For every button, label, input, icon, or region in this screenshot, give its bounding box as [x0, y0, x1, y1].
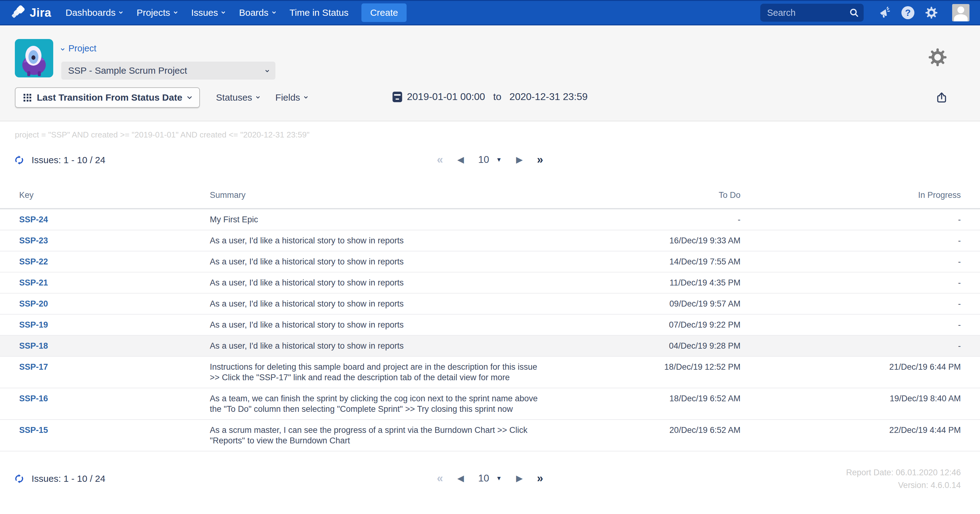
version-text: Version: 4.6.0.14 — [846, 479, 961, 492]
next-page-icon[interactable]: ▶ — [516, 155, 523, 164]
chevron-down-icon — [304, 95, 308, 99]
chevron-down-icon — [187, 94, 192, 99]
chevron-down-icon — [265, 69, 269, 72]
issue-key-link[interactable]: SSP-22 — [19, 257, 48, 266]
column-header-key: Key — [0, 187, 210, 209]
nav-item-projects[interactable]: Projects — [137, 8, 177, 18]
last-page-icon[interactable]: » — [537, 473, 543, 484]
issue-todo-date: 14/Dec/19 7:55 AM — [546, 251, 740, 272]
issue-key-link[interactable]: SSP-16 — [19, 394, 48, 403]
top-nav: Jira Dashboards Projects Issues Boards T… — [0, 0, 980, 26]
calendar-icon — [392, 92, 402, 102]
fields-dropdown[interactable]: Fields — [275, 92, 307, 103]
table-row: SSP-18 As a user, I'd like a historical … — [0, 335, 980, 356]
last-page-icon[interactable]: » — [537, 154, 543, 165]
issues-table-body: SSP-24 My First Epic - - SSP-23 As a use… — [0, 209, 980, 451]
statuses-dropdown[interactable]: Statuses — [216, 92, 259, 103]
chevron-down-icon — [173, 10, 178, 14]
issue-summary: As a user, I'd like a historical story t… — [210, 335, 546, 356]
issue-key-link[interactable]: SSP-24 — [19, 215, 48, 224]
table-row: SSP-22 As a user, I'd like a historical … — [0, 251, 980, 272]
issue-inprogress-date: 22/Dec/19 4:44 PM — [740, 420, 980, 451]
nav-item-dashboards[interactable]: Dashboards — [65, 8, 123, 18]
table-row: SSP-17 Instructions for deleting this sa… — [0, 356, 980, 388]
column-header-todo: To Do — [546, 187, 740, 209]
date-range-picker[interactable]: 2019-01-01 00:00 to 2020-12-31 23:59 — [392, 91, 588, 102]
issue-summary: As a user, I'd like a historical story t… — [210, 314, 546, 335]
page-size-select[interactable]: 10 ▼ — [478, 154, 502, 165]
nav-icon-group: ? — [877, 4, 969, 21]
nav-menu: Dashboards Projects Issues Boards Time i… — [65, 8, 349, 18]
project-collapse-link[interactable]: Project — [61, 43, 275, 54]
brand-title: Jira — [30, 6, 51, 19]
search-icon[interactable] — [849, 8, 859, 19]
issue-key-link[interactable]: SSP-18 — [19, 341, 48, 351]
pagination: « ◀ 10 ▼ ▶ » — [437, 472, 543, 484]
issue-summary: As a team, we can finish the sprint by c… — [210, 388, 546, 420]
report-settings-icon[interactable] — [928, 47, 948, 69]
issue-summary: As a scrum master, I can see the progres… — [210, 420, 546, 451]
issue-todo-date: 20/Dec/19 6:52 AM — [546, 420, 740, 451]
refresh-icon[interactable] — [14, 473, 25, 484]
issue-key-link[interactable]: SSP-19 — [19, 320, 48, 329]
project-avatar-icon — [15, 39, 53, 77]
pagination: « ◀ 10 ▼ ▶ » — [437, 154, 543, 165]
refresh-icon[interactable] — [14, 155, 25, 166]
jql-query-text: project = "SSP" AND created >= "2019-01-… — [15, 130, 980, 140]
issue-key-link[interactable]: SSP-23 — [19, 236, 48, 245]
search-input[interactable] — [760, 4, 864, 22]
issue-summary: As a user, I'd like a historical story t… — [210, 293, 546, 314]
jira-home-link[interactable]: Jira — [11, 4, 51, 21]
chevron-down-icon — [60, 47, 65, 51]
issue-inprogress-date: 19/Dec/19 8:40 AM — [740, 388, 980, 420]
user-avatar[interactable] — [952, 4, 969, 21]
prev-page-icon[interactable]: ◀ — [457, 474, 464, 483]
issue-inprogress-date: - — [740, 293, 980, 314]
nav-item-time-in-status[interactable]: Time in Status — [290, 8, 349, 18]
chevron-down-icon — [272, 10, 276, 14]
issue-summary: Instructions for deleting this sample bo… — [210, 356, 546, 388]
date-word-to: to — [493, 91, 502, 102]
issue-inprogress-date: - — [740, 335, 980, 356]
issue-key-link[interactable]: SSP-21 — [19, 278, 48, 287]
issue-summary: As a user, I'd like a historical story t… — [210, 272, 546, 293]
date-field-dropdown[interactable]: Last Transition From Status Date — [15, 87, 200, 108]
table-header-row: Key Summary To Do In Progress — [0, 187, 980, 209]
page-size-select[interactable]: 10 ▼ — [478, 472, 502, 484]
announcement-icon[interactable] — [877, 6, 891, 20]
first-page-icon[interactable]: « — [437, 154, 443, 165]
column-header-inprogress: In Progress — [740, 187, 980, 209]
first-page-icon[interactable]: « — [437, 473, 443, 484]
settings-icon[interactable] — [924, 6, 939, 20]
export-icon[interactable] — [935, 91, 948, 105]
prev-page-icon[interactable]: ◀ — [457, 155, 464, 164]
nav-item-boards[interactable]: Boards — [239, 8, 275, 18]
project-selector-block: Project SSP - Sample Scrum Project — [61, 43, 275, 80]
bottom-toolbar: Issues: 1 - 10 / 24 « ◀ 10 ▼ ▶ » Report … — [0, 464, 980, 498]
issues-table: Key Summary To Do In Progress SSP-24 My … — [0, 187, 980, 452]
create-button[interactable]: Create — [361, 3, 407, 22]
help-icon[interactable]: ? — [901, 6, 915, 20]
issue-todo-date: 09/Dec/19 9:57 AM — [546, 293, 740, 314]
date-to: 2020-12-31 23:59 — [509, 91, 588, 102]
top-toolbar: Issues: 1 - 10 / 24 « ◀ 10 ▼ ▶ » — [0, 145, 980, 179]
next-page-icon[interactable]: ▶ — [516, 474, 523, 483]
issue-todo-date: 04/Dec/19 9:28 PM — [546, 335, 740, 356]
project-select[interactable]: SSP - Sample Scrum Project — [61, 62, 275, 80]
nav-item-issues[interactable]: Issues — [191, 8, 225, 18]
table-row: SSP-16 As a team, we can finish the spri… — [0, 388, 980, 420]
issue-key-link[interactable]: SSP-17 — [19, 362, 48, 372]
issues-count-block: Issues: 1 - 10 / 24 — [14, 155, 105, 166]
jira-logo-icon — [11, 4, 27, 21]
issue-todo-date: 11/Dec/19 4:35 PM — [546, 272, 740, 293]
report-meta: Report Date: 06.01.2020 12:46 Version: 4… — [846, 466, 961, 492]
issue-inprogress-date: 21/Dec/19 6:44 PM — [740, 356, 980, 388]
issue-inprogress-date: - — [740, 314, 980, 335]
issues-count-text: Issues: 1 - 10 / 24 — [32, 155, 105, 165]
dropdown-arrow-icon: ▼ — [496, 475, 502, 482]
issue-key-link[interactable]: SSP-20 — [19, 299, 48, 308]
chevron-down-icon — [256, 95, 260, 99]
report-header: Project SSP - Sample Scrum Project Last … — [0, 26, 980, 121]
issue-key-link[interactable]: SSP-15 — [19, 425, 48, 435]
issue-inprogress-date: - — [740, 251, 980, 272]
